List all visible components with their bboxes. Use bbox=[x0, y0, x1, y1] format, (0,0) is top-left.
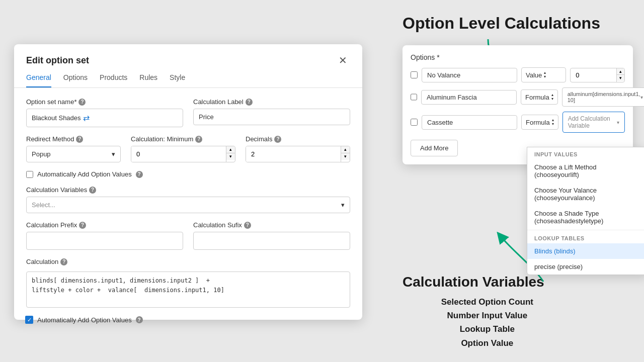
calc-prefix-label: Calculation Prefix ? bbox=[26, 221, 183, 229]
option-2-type-arrows: ▴▾ bbox=[551, 93, 553, 101]
auto-add-row: Automatically Add Option Values ? bbox=[26, 170, 350, 178]
dropdown-item-shade-type[interactable]: Choose a Shade Type (choseashadestyletyp… bbox=[527, 206, 644, 229]
option-1-checkbox[interactable] bbox=[411, 71, 418, 78]
option-set-name-input[interactable]: Blackout Shades ⇄ bbox=[26, 109, 183, 127]
calc-min-help-icon[interactable]: ? bbox=[195, 136, 202, 143]
option-row-1: Value ▴▾ 0 ▴ ▾ bbox=[411, 67, 625, 82]
calc-vars-help-icon[interactable]: ? bbox=[89, 187, 96, 194]
lookup-tables-section-label: LOOKUP TABLES bbox=[527, 231, 644, 243]
calc-vars-select[interactable]: Select... ▾ bbox=[26, 197, 350, 213]
option-3-name[interactable] bbox=[422, 115, 517, 130]
auto-add-label: Automatically Add Option Values bbox=[37, 170, 132, 178]
annotation-right-bottom-subitems: Selected Option Count Number Input Value… bbox=[430, 295, 544, 350]
bottom-auto-add-row: ✓ Automatically Add Option Values ? bbox=[25, 316, 143, 324]
tab-products[interactable]: Products bbox=[100, 73, 127, 87]
calc-min-input[interactable]: ▴ ▾ bbox=[131, 146, 235, 162]
add-more-button[interactable]: Add More bbox=[411, 140, 458, 156]
annotation-right-bottom-title: Calculation Variables bbox=[403, 274, 544, 290]
auto-add-checkbox[interactable] bbox=[26, 171, 33, 178]
edit-icon: ⇄ bbox=[83, 113, 90, 123]
annotation-right-top-title: Option Level Calculations bbox=[403, 14, 600, 33]
bottom-auto-add-checkbox[interactable]: ✓ bbox=[25, 316, 33, 324]
dropdown-item-valance[interactable]: Choose Your Valance (chooseyourvalance) bbox=[527, 183, 644, 206]
calc-suffix-input[interactable] bbox=[193, 232, 350, 250]
calc-vars-label: Calculation Variables ? bbox=[26, 186, 350, 194]
edit-option-set-dialog: Edit option set ✕ General Options Produc… bbox=[14, 44, 362, 320]
option-1-spin-down[interactable]: ▾ bbox=[617, 75, 624, 81]
calculation-label-input[interactable]: Price bbox=[193, 109, 350, 125]
option-3-calc-dropdown[interactable]: Add Calculation Variable ▾ bbox=[562, 112, 625, 133]
decimals-help-icon[interactable]: ? bbox=[274, 136, 281, 143]
option-1-type[interactable]: Value ▴▾ bbox=[521, 67, 566, 82]
option-2-name[interactable] bbox=[421, 90, 517, 105]
dropdown-item-lift-method[interactable]: Choose a Lift Method (chooseyourlift) bbox=[527, 159, 644, 183]
redirect-method-help-icon[interactable]: ? bbox=[76, 136, 83, 143]
close-button[interactable]: ✕ bbox=[336, 53, 350, 67]
option-3-type-arrows: ▴▾ bbox=[552, 118, 554, 126]
option-2-chevron-icon: ▾ bbox=[640, 95, 643, 100]
decimals-up[interactable]: ▴ bbox=[341, 146, 350, 153]
option-row-2: Formula ▴▾ alluminum[dimensions.input1, … bbox=[411, 87, 625, 107]
calc-vars-placeholder: Select... bbox=[32, 201, 55, 209]
calc-suffix-help-icon[interactable]: ? bbox=[244, 222, 251, 229]
dropdown-item-precise[interactable]: precise (precise) bbox=[527, 259, 644, 275]
calculation-help-icon[interactable]: ? bbox=[60, 258, 67, 265]
option-3-chevron-icon: ▾ bbox=[617, 120, 619, 125]
redirect-method-label: Redirect Method ? bbox=[26, 135, 121, 143]
option-1-value-container: 0 ▴ ▾ bbox=[570, 68, 625, 82]
option-row-3: Formula ▴▾ Add Calculation Variable ▾ bbox=[411, 112, 625, 133]
option-3-checkbox[interactable] bbox=[411, 119, 418, 126]
tab-style[interactable]: Style bbox=[170, 73, 185, 87]
calc-min-value[interactable] bbox=[131, 146, 226, 162]
dialog-title: Edit option set bbox=[26, 55, 89, 66]
sub-item-3: Lookup Table bbox=[430, 322, 544, 336]
annotation-right-bottom: Calculation Variables Selected Option Co… bbox=[430, 274, 544, 350]
calculation-textarea[interactable]: blinds[ dimensions.input1, dimensions.in… bbox=[26, 272, 350, 308]
options-panel-label: Options * bbox=[411, 53, 625, 61]
calc-min-down[interactable]: ▾ bbox=[226, 153, 235, 160]
tab-options[interactable]: Options bbox=[63, 73, 88, 87]
option-3-type[interactable]: Formula ▴▾ bbox=[521, 115, 558, 130]
redirect-chevron-icon: ▾ bbox=[112, 150, 115, 158]
calc-min-label: Calculation: Minimum ? bbox=[131, 135, 235, 143]
decimals-label: Decimals ? bbox=[246, 135, 350, 143]
calc-vars-chevron-icon: ▾ bbox=[341, 201, 345, 209]
decimals-down[interactable]: ▾ bbox=[341, 153, 350, 160]
calc-suffix-label: Calculation Sufix ? bbox=[193, 221, 350, 229]
calc-prefix-help-icon[interactable]: ? bbox=[79, 222, 86, 229]
calc-min-up[interactable]: ▴ bbox=[226, 146, 235, 153]
option-2-type[interactable]: Formula ▴▾ bbox=[521, 89, 558, 105]
option-1-value[interactable]: 0 bbox=[571, 68, 616, 82]
option-2-calc-dropdown[interactable]: alluminum[dimensions.input1, 10] ▾ bbox=[562, 87, 644, 107]
option-set-name-label: Option set name* ? bbox=[26, 98, 183, 106]
option-1-type-arrows: ▴▾ bbox=[544, 71, 546, 79]
calculation-label: Calculation ? bbox=[26, 258, 350, 265]
dropdown-item-blinds[interactable]: Blinds (blinds) bbox=[527, 243, 644, 259]
sub-item-4: Option Value bbox=[430, 336, 544, 350]
calculation-label-help-icon[interactable]: ? bbox=[246, 99, 253, 106]
bottom-auto-add-label: Automatically Add Option Values bbox=[37, 316, 132, 324]
bottom-auto-add-help-icon[interactable]: ? bbox=[136, 316, 143, 323]
redirect-method-select[interactable]: Popup ▾ bbox=[26, 146, 121, 162]
sub-item-1: Selected Option Count bbox=[430, 295, 544, 309]
option-1-spin-up[interactable]: ▴ bbox=[617, 68, 624, 75]
calc-variable-dropdown-menu: INPUT VALUES Choose a Lift Method (choos… bbox=[527, 147, 644, 275]
calculation-label-label: Calculation Label ? bbox=[193, 98, 350, 106]
tab-rules[interactable]: Rules bbox=[139, 73, 157, 87]
option-set-name-help-icon[interactable]: ? bbox=[78, 99, 86, 106]
input-values-section-label: INPUT VALUES bbox=[527, 147, 644, 159]
dialog-tabs: General Options Products Rules Style bbox=[14, 67, 362, 88]
decimals-input[interactable]: ▴ ▾ bbox=[246, 146, 350, 162]
sub-item-2: Number Input Value bbox=[430, 309, 544, 322]
calc-prefix-input[interactable] bbox=[26, 232, 183, 250]
tab-general[interactable]: General bbox=[26, 73, 51, 87]
auto-add-help-icon[interactable]: ? bbox=[136, 171, 143, 178]
decimals-value[interactable] bbox=[246, 146, 341, 162]
option-1-name[interactable] bbox=[422, 68, 517, 82]
option-2-checkbox[interactable] bbox=[411, 94, 417, 101]
